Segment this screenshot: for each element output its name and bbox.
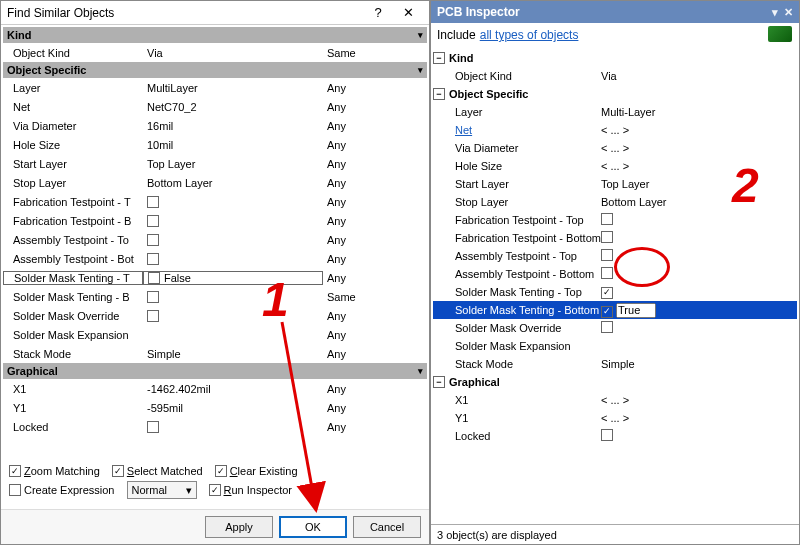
cell-scope[interactable]: Any bbox=[323, 177, 427, 189]
cell-scope[interactable]: Any bbox=[323, 329, 427, 341]
insp-section-kind[interactable]: −Kind bbox=[433, 49, 797, 67]
cell-value[interactable] bbox=[601, 213, 797, 227]
insp-row[interactable]: Stack ModeSimple bbox=[433, 355, 797, 373]
cell-value[interactable]: 10mil bbox=[143, 139, 323, 151]
checkbox[interactable] bbox=[601, 429, 613, 441]
cell-value[interactable]: Simple bbox=[143, 348, 323, 360]
cancel-button[interactable]: Cancel bbox=[353, 516, 421, 538]
dropdown-icon[interactable]: ▾ bbox=[772, 6, 778, 19]
cell-value[interactable]: Top Layer bbox=[143, 158, 323, 170]
section-graphical[interactable]: Graphical ▾ bbox=[3, 363, 427, 379]
checkbox[interactable] bbox=[147, 421, 159, 433]
cell-value[interactable]: Top Layer bbox=[601, 178, 797, 190]
checkbox[interactable] bbox=[601, 321, 613, 333]
cell-value[interactable]: False bbox=[143, 271, 323, 285]
table-row[interactable]: Stop LayerBottom LayerAny bbox=[3, 173, 427, 192]
checkbox[interactable] bbox=[148, 272, 160, 284]
cell-value[interactable] bbox=[601, 321, 797, 335]
cell-value[interactable] bbox=[601, 429, 797, 443]
table-row[interactable]: Start LayerTop LayerAny bbox=[3, 154, 427, 173]
cell-scope[interactable]: Any bbox=[323, 120, 427, 132]
cell-value[interactable]: NetC70_2 bbox=[143, 101, 323, 113]
insp-row-object-kind[interactable]: Object Kind Via bbox=[433, 67, 797, 85]
cell-value[interactable] bbox=[143, 234, 323, 246]
insp-row[interactable]: Net< ... > bbox=[433, 121, 797, 139]
cell-value[interactable]: < ... > bbox=[601, 160, 797, 172]
table-row[interactable]: Hole Size10milAny bbox=[3, 135, 427, 154]
cell-value[interactable]: -595mil bbox=[143, 402, 323, 414]
checkbox[interactable] bbox=[147, 310, 159, 322]
cell-value[interactable]: 16mil bbox=[143, 120, 323, 132]
help-button[interactable]: ? bbox=[363, 3, 393, 23]
cell-value[interactable] bbox=[601, 267, 797, 281]
ok-button[interactable]: OK bbox=[279, 516, 347, 538]
cell-value[interactable]: Multi-Layer bbox=[601, 106, 797, 118]
cell-value[interactable]: ✓ bbox=[601, 303, 797, 318]
run-inspector-checkbox[interactable]: ✓Run Inspector bbox=[209, 484, 293, 496]
table-row[interactable]: Fabrication Testpoint - BAny bbox=[3, 211, 427, 230]
table-row[interactable]: Assembly Testpoint - BotAny bbox=[3, 249, 427, 268]
table-row[interactable]: X1-1462.402milAny bbox=[3, 379, 427, 398]
checkbox[interactable] bbox=[601, 213, 613, 225]
cell-value[interactable]: MultiLayer bbox=[143, 82, 323, 94]
cell-value[interactable]: Via bbox=[143, 47, 323, 59]
mode-combobox[interactable]: Normal▾ bbox=[127, 481, 197, 499]
cell-value[interactable] bbox=[601, 249, 797, 263]
include-link[interactable]: all types of objects bbox=[480, 28, 579, 42]
table-row[interactable]: Solder Mask OverrideAny bbox=[3, 306, 427, 325]
table-row[interactable]: Fabrication Testpoint - TAny bbox=[3, 192, 427, 211]
close-button[interactable]: ✕ bbox=[393, 3, 423, 23]
insp-row[interactable]: Stop LayerBottom Layer bbox=[433, 193, 797, 211]
insp-row[interactable]: LayerMulti-Layer bbox=[433, 103, 797, 121]
cell-value[interactable] bbox=[601, 231, 797, 245]
cell-value[interactable]: Bottom Layer bbox=[143, 177, 323, 189]
collapse-icon[interactable]: − bbox=[433, 376, 445, 388]
cell-value[interactable]: < ... > bbox=[601, 412, 797, 424]
cell-scope[interactable]: Any bbox=[323, 272, 427, 284]
table-row[interactable]: Via Diameter16milAny bbox=[3, 116, 427, 135]
insp-row[interactable]: Fabrication Testpoint - Top bbox=[433, 211, 797, 229]
checkbox[interactable] bbox=[601, 267, 613, 279]
row-object-kind[interactable]: Object Kind Via Same bbox=[3, 43, 427, 62]
insp-row[interactable]: X1< ... > bbox=[433, 391, 797, 409]
cell-scope[interactable]: Any bbox=[323, 421, 427, 433]
insp-row[interactable]: Y1< ... > bbox=[433, 409, 797, 427]
collapse-icon[interactable]: − bbox=[433, 88, 445, 100]
cell-value[interactable]: -1462.402mil bbox=[143, 383, 323, 395]
insp-row[interactable]: Assembly Testpoint - Top bbox=[433, 247, 797, 265]
cell-value[interactable]: < ... > bbox=[601, 394, 797, 406]
insp-row[interactable]: Solder Mask Expansion bbox=[433, 337, 797, 355]
value-input[interactable] bbox=[616, 303, 656, 318]
cell-scope[interactable]: Any bbox=[323, 348, 427, 360]
checkbox[interactable] bbox=[147, 253, 159, 265]
checkbox[interactable] bbox=[601, 249, 613, 261]
table-row[interactable]: Assembly Testpoint - ToAny bbox=[3, 230, 427, 249]
insp-row[interactable]: Hole Size< ... > bbox=[433, 157, 797, 175]
cell-value[interactable]: < ... > bbox=[601, 124, 797, 136]
cell-value[interactable] bbox=[143, 196, 323, 208]
table-row[interactable]: Solder Mask ExpansionAny bbox=[3, 325, 427, 344]
apply-button[interactable]: Apply bbox=[205, 516, 273, 538]
table-row[interactable]: Solder Mask Tenting - BSame bbox=[3, 287, 427, 306]
checkbox[interactable] bbox=[601, 231, 613, 243]
cell-value[interactable] bbox=[143, 291, 323, 303]
cell-scope[interactable]: Any bbox=[323, 402, 427, 414]
zoom-matching-checkbox[interactable]: ✓Zoom Matching bbox=[9, 465, 100, 477]
cell-value[interactable] bbox=[143, 310, 323, 322]
select-matched-checkbox[interactable]: ✓Select Matched bbox=[112, 465, 203, 477]
insp-row[interactable]: Locked bbox=[433, 427, 797, 445]
cell-scope[interactable]: Any bbox=[323, 310, 427, 322]
insp-section-object-specific[interactable]: −Object Specific bbox=[433, 85, 797, 103]
cell-value[interactable] bbox=[143, 253, 323, 265]
insp-row[interactable]: Solder Mask Tenting - Bottom✓ bbox=[433, 301, 797, 319]
cell-scope[interactable]: Any bbox=[323, 139, 427, 151]
insp-row[interactable]: Start LayerTop Layer bbox=[433, 175, 797, 193]
checkbox[interactable] bbox=[147, 291, 159, 303]
cell-value[interactable]: < ... > bbox=[601, 142, 797, 154]
table-row[interactable]: Stack ModeSimpleAny bbox=[3, 344, 427, 363]
checkbox[interactable] bbox=[147, 215, 159, 227]
cell-scope[interactable]: Same bbox=[323, 291, 427, 303]
collapse-icon[interactable]: − bbox=[433, 52, 445, 64]
table-row[interactable]: NetNetC70_2Any bbox=[3, 97, 427, 116]
cell-value[interactable]: Bottom Layer bbox=[601, 196, 797, 208]
